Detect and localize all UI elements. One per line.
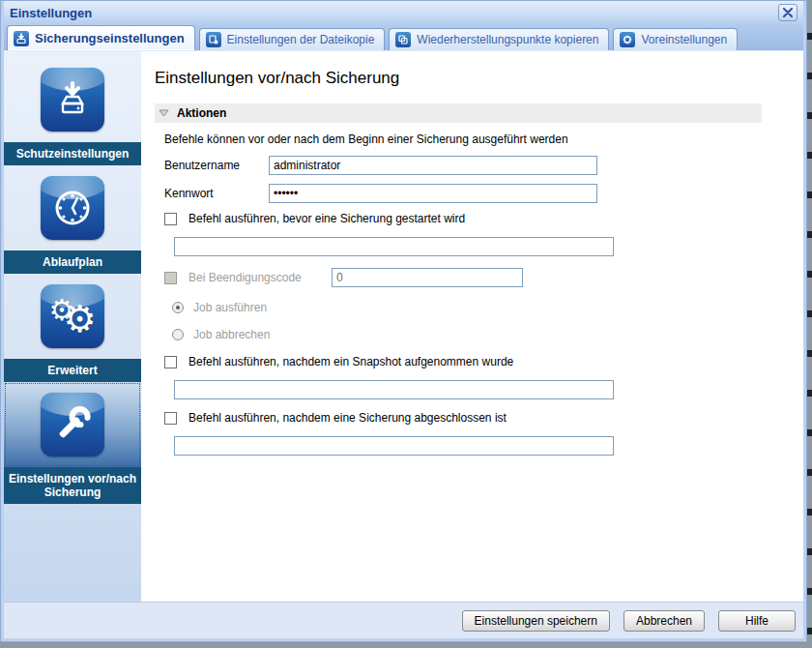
post-backup-checkbox[interactable]: [164, 412, 177, 425]
pre-backup-command-row: [164, 237, 803, 256]
exit-code-checkbox[interactable]: [164, 272, 177, 284]
job-abort-radio-row: Job abbrechen: [172, 328, 803, 341]
pre-backup-checkbox-row: Befehl ausführen, bevor eine Sicherung g…: [164, 212, 803, 225]
sidebar-item-schutzeinstellungen[interactable]: Schutzeinstellungen: [4, 57, 141, 165]
username-row: Benutzername: [164, 156, 803, 175]
exit-code-label: Bei Beendigungscode: [188, 271, 332, 284]
close-icon: [783, 8, 793, 17]
sidebar-item-ablaufplan[interactable]: Ablaufplan: [4, 165, 141, 274]
tab-label: Einstellungen der Dateikopie: [227, 33, 375, 46]
post-backup-checkbox-label: Befehl ausführen, nachdem eine Sicherung…: [188, 411, 507, 425]
footer-bar: Einstellungen speichern Abbrechen Hilfe: [4, 602, 803, 638]
job-run-radio-label: Job ausführen: [193, 301, 267, 314]
preferences-tab-icon: [620, 32, 635, 47]
tab-bar: Sicherungseinstellungen Einstellungen de…: [4, 25, 803, 51]
post-backup-command-row: [164, 436, 803, 456]
exit-code-row: Bei Beendigungscode: [164, 268, 803, 287]
save-settings-button[interactable]: Einstellungen speichern: [462, 610, 610, 632]
pre-backup-checkbox[interactable]: [164, 213, 177, 225]
job-run-radio[interactable]: [172, 302, 184, 313]
collapse-triangle-icon: [159, 109, 169, 117]
page-title: Einstellungen vor/nach Sicherung: [155, 69, 803, 88]
aktionen-section-header[interactable]: Aktionen: [155, 103, 762, 123]
cancel-button[interactable]: Abbrechen: [624, 610, 705, 632]
gears-icon: ⚙ ⚙: [41, 284, 104, 348]
copy-recovery-points-tab-icon: [395, 32, 411, 47]
help-button[interactable]: Hilfe: [718, 610, 796, 632]
wrench-icon: [41, 393, 104, 457]
sidebar-item-label: Schutzeinstellungen: [4, 142, 141, 165]
sidebar-item-erweitert[interactable]: ⚙ ⚙ Erweitert: [4, 274, 141, 382]
close-button[interactable]: [778, 4, 798, 21]
settings-panel: Einstellungen vor/nach Sicherung Aktione…: [141, 51, 803, 602]
username-input[interactable]: [269, 156, 597, 175]
exit-code-input[interactable]: [332, 268, 523, 287]
password-row: Kennwort: [164, 184, 803, 203]
sidebar-item-label: Ablaufplan: [4, 250, 141, 274]
post-snapshot-command-row: [164, 380, 803, 399]
section-description: Befehle können vor oder nach dem Beginn …: [164, 133, 803, 146]
tab-wiederherstellungspunkte-kopieren[interactable]: Wiederherstellungspunkte kopieren: [389, 28, 609, 50]
section-title: Aktionen: [177, 106, 226, 120]
tab-voreinstellungen[interactable]: Voreinstellungen: [613, 28, 738, 50]
password-input[interactable]: [269, 184, 597, 203]
post-backup-checkbox-row: Befehl ausführen, nachdem eine Sicherung…: [164, 411, 803, 425]
backup-drive-icon: [41, 68, 104, 132]
dialog-body: Schutzeinstellungen A: [4, 51, 803, 602]
window-title: Einstellungen: [10, 6, 92, 20]
username-label: Benutzername: [164, 159, 269, 172]
sidebar-item-label: Einstellungen vor/nach Sicherung: [4, 467, 141, 504]
job-abort-radio[interactable]: [172, 329, 184, 340]
post-snapshot-checkbox-label: Befehl ausführen, nachdem ein Snapshot a…: [188, 355, 513, 368]
tab-label: Wiederherstellungspunkte kopieren: [417, 33, 598, 46]
post-snapshot-command-input[interactable]: [174, 380, 614, 399]
background-behind-dialog: [807, 0, 812, 648]
post-snapshot-checkbox[interactable]: [164, 356, 177, 368]
tab-label: Voreinstellungen: [641, 33, 727, 46]
title-bar[interactable]: Einstellungen: [4, 1, 803, 25]
pre-backup-checkbox-label: Befehl ausführen, bevor eine Sicherung g…: [188, 212, 465, 225]
tab-label: Sicherungseinstellungen: [35, 31, 185, 45]
password-label: Kennwort: [164, 187, 269, 200]
file-copy-settings-tab-icon: [206, 32, 221, 47]
pre-backup-command-input[interactable]: [174, 237, 614, 256]
tab-sicherungseinstellungen[interactable]: Sicherungseinstellungen: [7, 25, 195, 50]
sidebar-item-einstellungen-vor-nach-sicherung[interactable]: Einstellungen vor/nach Sicherung: [4, 382, 141, 504]
sidebar: Schutzeinstellungen A: [4, 51, 141, 602]
job-abort-radio-label: Job abbrechen: [193, 328, 270, 341]
tab-einstellungen-der-dateikopie[interactable]: Einstellungen der Dateikopie: [199, 28, 386, 50]
post-snapshot-checkbox-row: Befehl ausführen, nachdem ein Snapshot a…: [164, 355, 803, 368]
post-backup-command-input[interactable]: [174, 436, 614, 456]
job-run-radio-row: Job ausführen: [172, 301, 803, 314]
clock-icon: [41, 176, 104, 240]
sidebar-item-label: Erweitert: [4, 359, 141, 382]
backup-settings-tab-icon: [14, 31, 29, 46]
settings-dialog: Einstellungen Sicherungseinstellungen: [0, 0, 807, 642]
